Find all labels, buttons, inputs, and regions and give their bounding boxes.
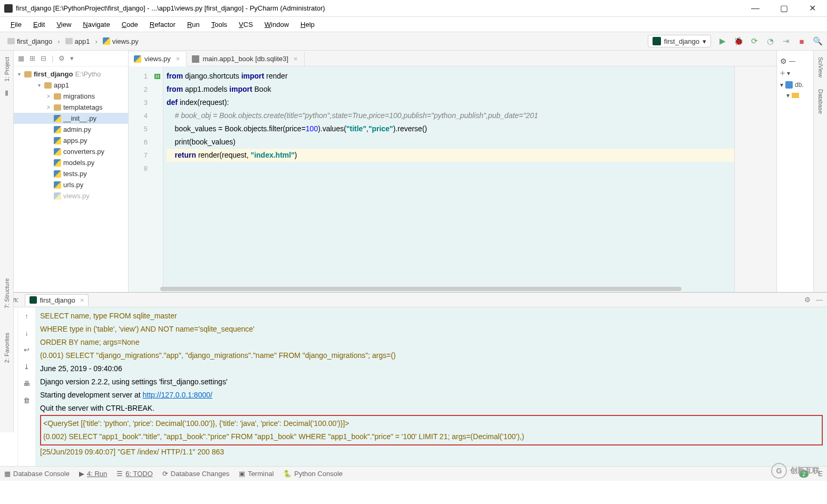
close-icon[interactable]: ×	[294, 55, 298, 63]
attach-icon[interactable]: ⇥	[781, 36, 791, 46]
tree-item[interactable]: admin.py	[14, 124, 128, 135]
titlebar: first_django [E:\PythonProject\first_dja…	[0, 0, 827, 17]
menu-navigate[interactable]: Navigate	[77, 18, 115, 31]
menu-code[interactable]: Code	[116, 18, 143, 31]
gear-icon[interactable]: ⚙	[804, 296, 811, 304]
tree-item-label: converters.py	[63, 148, 104, 156]
statusbar: ▦ Database Console ▶ 4: Run ☰ 6: TODO ⟳ …	[0, 466, 827, 481]
menu-tools[interactable]: Tools	[206, 18, 232, 31]
run-panel-tab[interactable]: first_django ×	[25, 294, 89, 306]
breadcrumb: first_django›app1›views.py	[4, 36, 648, 47]
trash-icon[interactable]: 🗑	[23, 395, 30, 405]
console-line: Django version 2.2.2, using settings 'fi…	[40, 375, 823, 389]
console-line: Quit the server with CTRL-BREAK.	[40, 402, 823, 415]
minimap[interactable]	[734, 66, 776, 292]
up-icon[interactable]: ↑	[25, 311, 28, 321]
editor-tab[interactable]: main.app1_book [db.sqlite3]×	[187, 52, 304, 66]
console-highlighted-block: <QuerySet [{'title': 'python', 'price': …	[40, 415, 823, 445]
tree-item[interactable]: ▾app1	[14, 80, 128, 91]
print-icon[interactable]: 🖶	[23, 378, 30, 389]
breadcrumb-item[interactable]: app1	[62, 36, 93, 47]
tree-item[interactable]: >migrations	[14, 91, 128, 102]
menu-vcs[interactable]: VCS	[233, 18, 258, 31]
h-scrollbar[interactable]	[160, 287, 682, 291]
run-configuration-selector[interactable]: first_django ▾	[648, 35, 711, 47]
tree-item[interactable]: __init__.py	[14, 113, 128, 124]
menu-window[interactable]: Window	[259, 18, 294, 31]
tree-item[interactable]: urls.py	[14, 179, 128, 190]
editor-tab[interactable]: views.py×	[129, 52, 187, 66]
tab-structure[interactable]: 7: Structure	[4, 274, 10, 313]
sb-terminal[interactable]: ▣ Terminal	[239, 470, 274, 478]
scroll-end-icon[interactable]: ⤓	[24, 361, 30, 372]
hide-icon[interactable]: —	[816, 296, 823, 304]
sb-db-changes[interactable]: ⟳ Database Changes	[162, 470, 229, 478]
watermark-text: 创新互联	[790, 466, 820, 476]
menu-run[interactable]: Run	[182, 18, 205, 31]
plus-icon[interactable]: +	[780, 69, 785, 78]
breadcrumb-item[interactable]: views.py	[100, 36, 142, 47]
coverage-icon[interactable]: ⟳	[749, 36, 760, 46]
menu-view[interactable]: View	[51, 18, 76, 31]
collapse-all-icon[interactable]: ⊟	[41, 54, 46, 62]
tree-item[interactable]: converters.py	[14, 146, 128, 157]
run-toolbar: ▶ 🐞 ⟳ ◔ ⇥ ■ 🔍	[717, 36, 823, 46]
project-tree[interactable]: ▾ first_django E:\Pytho ▾app1>migrations…	[14, 66, 128, 203]
sb-run[interactable]: ▶ 4: Run	[79, 470, 107, 478]
tab-sciview[interactable]: SciView	[818, 53, 824, 82]
code-body[interactable]: from django.shortcuts import render from…	[163, 66, 734, 292]
console-line: ORDER BY name; args=None	[40, 336, 823, 349]
tab-project[interactable]: 1: Project	[4, 53, 10, 85]
chevron-down-icon[interactable]: ▾	[70, 54, 74, 62]
tree-item[interactable]: >templatetags	[14, 102, 128, 113]
sb-todo[interactable]: ☰ 6: TODO	[116, 470, 153, 478]
tree-item-label: migrations	[63, 92, 95, 100]
tree-item[interactable]: views.py	[14, 190, 128, 201]
gear-icon[interactable]: ⚙	[780, 57, 787, 65]
db-sub[interactable]: ▾	[786, 92, 810, 99]
minimize-button[interactable]: —	[747, 3, 764, 14]
code-editor[interactable]: 12345678 H from django.shortcuts import …	[129, 66, 776, 292]
sb-database-console[interactable]: ▦ Database Console	[4, 470, 70, 478]
breadcrumb-label: app1	[75, 37, 90, 45]
menu-file[interactable]: File	[5, 18, 27, 31]
menu-edit[interactable]: Edit	[28, 18, 50, 31]
folder-icon	[54, 104, 61, 111]
tree-root[interactable]: ▾ first_django E:\Pytho	[14, 69, 128, 80]
console-output[interactable]: SELECT name, type FROM sqlite_master WHE…	[36, 307, 827, 466]
soft-wrap-icon[interactable]: ↩	[24, 344, 30, 355]
folder-icon	[44, 82, 52, 89]
line-gutter: 12345678	[129, 66, 152, 292]
db-label: db.	[795, 81, 804, 89]
close-button[interactable]: ✕	[804, 3, 821, 14]
chevron-down-icon: ▾	[780, 81, 783, 89]
profile-icon[interactable]: ◔	[765, 36, 775, 46]
breadcrumb-item[interactable]: first_django	[4, 36, 55, 47]
chevron-down-icon[interactable]: ▾	[787, 70, 790, 77]
tree-item[interactable]: models.py	[14, 157, 128, 168]
select-opened-icon[interactable]: ▦	[18, 54, 24, 62]
run-icon[interactable]: ▶	[717, 36, 728, 46]
django-icon	[653, 37, 661, 45]
console-line: [25/Jun/2019 09:40:07] "GET /index/ HTTP…	[40, 445, 823, 459]
db-node[interactable]: ▾db.	[780, 81, 810, 89]
tab-favorites[interactable]: 2: Favorites	[4, 328, 10, 367]
gear-icon[interactable]: ⚙	[59, 54, 65, 62]
tree-item[interactable]: apps.py	[14, 135, 128, 146]
debug-icon[interactable]: 🐞	[733, 36, 744, 46]
maximize-button[interactable]: ▢	[775, 3, 792, 14]
expand-all-icon[interactable]: ⊞	[30, 54, 35, 62]
search-icon[interactable]: 🔍	[812, 36, 823, 46]
menu-help[interactable]: Help	[295, 18, 320, 31]
hide-icon[interactable]: —	[789, 57, 795, 65]
down-icon[interactable]: ↓	[25, 327, 28, 338]
watermark: G 创新互联	[771, 463, 820, 479]
close-icon[interactable]: ×	[80, 296, 84, 304]
stop-icon[interactable]: ■	[796, 36, 807, 46]
sb-python-console[interactable]: 🐍 Python Console	[283, 470, 343, 478]
tab-database[interactable]: Database	[818, 85, 824, 118]
menu-refactor[interactable]: Refactor	[144, 18, 181, 31]
tree-item[interactable]: tests.py	[14, 168, 128, 179]
tree-item-label: __init__.py	[63, 114, 96, 122]
close-icon[interactable]: ×	[176, 55, 180, 63]
